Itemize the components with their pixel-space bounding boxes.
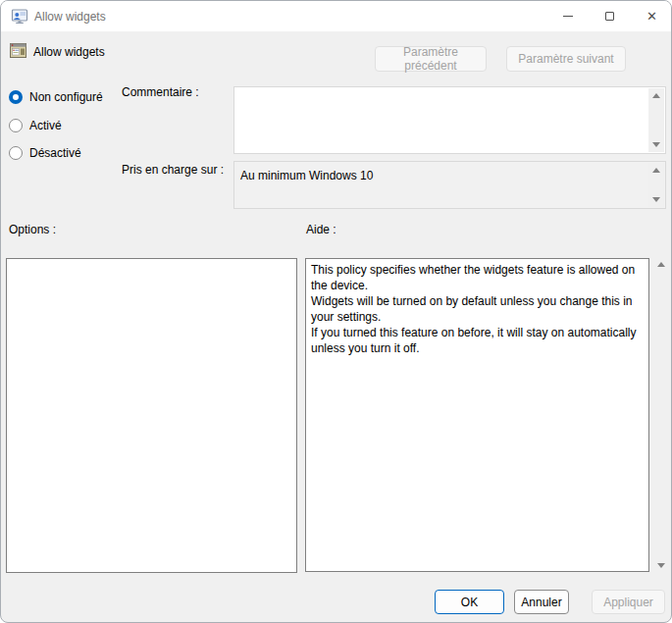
close-icon: ✕ <box>646 10 657 23</box>
radio-label-enabled: Activé <box>29 119 62 132</box>
group-policy-icon <box>11 8 28 26</box>
options-panel <box>6 258 297 573</box>
radio-disabled[interactable]: Désactivé <box>9 146 81 160</box>
radio-label-disabled: Désactivé <box>29 146 81 160</box>
scroll-up-icon[interactable] <box>652 93 660 98</box>
ok-button[interactable]: OK <box>435 590 504 614</box>
help-line: If you turned this feature on before, it… <box>311 325 644 356</box>
policy-setting-dialog: Allow widgets ✕ Allow widgets Paramètre … <box>0 0 672 623</box>
maximize-button[interactable] <box>589 1 631 31</box>
admin-template-icon <box>10 42 26 59</box>
setting-title: Allow widgets <box>33 45 105 59</box>
radio-unselected-icon <box>9 146 23 160</box>
comment-label: Commentaire : <box>122 85 199 99</box>
minimize-icon <box>563 16 573 17</box>
comment-input[interactable] <box>233 86 666 154</box>
help-line: Widgets will be turned on by default unl… <box>311 293 644 325</box>
supported-on-field: Au minimum Windows 10 <box>233 161 666 209</box>
radio-label-not-configured: Non configuré <box>29 90 103 104</box>
scroll-up-icon[interactable] <box>652 168 660 173</box>
supported-on-label: Pris en charge sur : <box>122 163 224 177</box>
radio-not-configured[interactable]: Non configuré <box>9 90 103 104</box>
maximize-icon <box>605 12 614 21</box>
cancel-button[interactable]: Annuler <box>514 590 569 614</box>
supported-on-value: Au minimum Windows 10 <box>240 169 373 182</box>
scroll-up-icon[interactable] <box>657 262 665 267</box>
supported-on-scrollbar[interactable] <box>648 163 664 207</box>
help-line: This policy specifies whether the widget… <box>311 262 644 293</box>
comment-scrollbar[interactable] <box>648 88 664 152</box>
options-label: Options : <box>9 223 56 236</box>
scroll-down-icon[interactable] <box>652 197 660 202</box>
next-setting-button[interactable]: Paramètre suivant <box>506 46 626 72</box>
help-label: Aide : <box>306 223 336 236</box>
apply-button[interactable]: Appliquer <box>592 590 665 614</box>
radio-selected-icon <box>9 90 23 104</box>
titlebar: Allow widgets ✕ <box>1 1 671 31</box>
scroll-down-icon[interactable] <box>657 563 665 568</box>
previous-setting-button[interactable]: Paramètre précédent <box>375 46 487 72</box>
radio-enabled[interactable]: Activé <box>9 119 62 132</box>
window-title: Allow widgets <box>34 10 106 24</box>
help-scrollbar[interactable] <box>652 258 669 572</box>
close-button[interactable]: ✕ <box>631 1 672 31</box>
minimize-button[interactable] <box>546 1 589 31</box>
radio-unselected-icon <box>9 119 23 132</box>
scroll-down-icon[interactable] <box>652 142 660 147</box>
help-text-box: This policy specifies whether the widget… <box>305 258 649 572</box>
